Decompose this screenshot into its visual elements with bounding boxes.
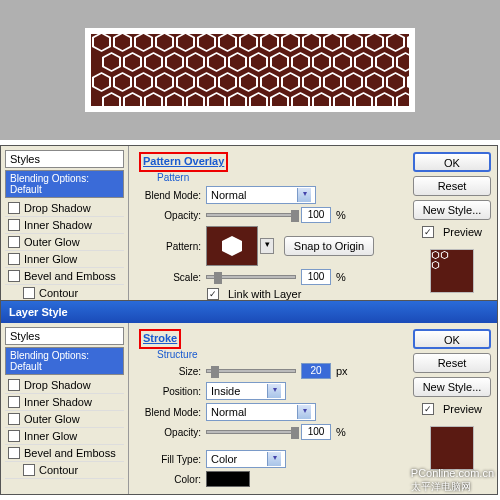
new-style-button[interactable]: New Style... [413, 200, 491, 220]
chevron-down-icon: ▾ [297, 405, 311, 419]
reset-button[interactable]: Reset [413, 176, 491, 196]
preview-swatch [430, 426, 474, 470]
preview-swatch [430, 249, 474, 293]
checkbox-icon[interactable] [8, 270, 20, 282]
dialog-titlebar[interactable]: Layer Style [1, 301, 497, 323]
scale-label: Scale: [139, 272, 201, 283]
section-highlight: Stroke [139, 329, 181, 349]
subsection-title: Structure [157, 349, 397, 360]
style-item-inner-glow[interactable]: Inner Glow [5, 251, 124, 268]
preview-checkbox[interactable] [422, 403, 434, 415]
style-item-bevel-emboss[interactable]: Bevel and Emboss [5, 268, 124, 285]
scale-slider[interactable] [206, 275, 296, 279]
styles-header[interactable]: Styles [5, 327, 124, 345]
blending-options-row[interactable]: Blending Options: Default [5, 170, 124, 198]
size-slider[interactable] [206, 369, 296, 373]
link-checkbox[interactable] [207, 288, 219, 300]
style-item-bevel-emboss[interactable]: Bevel and Emboss [5, 445, 124, 462]
checkbox-icon[interactable] [23, 464, 35, 476]
opacity-unit: % [336, 426, 346, 438]
pattern-swatch[interactable] [206, 226, 258, 266]
fill-type-label: Fill Type: [139, 454, 201, 465]
color-swatch[interactable] [206, 471, 250, 487]
checkbox-icon[interactable] [8, 396, 20, 408]
section-title: Stroke [143, 332, 177, 344]
blend-mode-dropdown[interactable]: Normal▾ [206, 186, 316, 204]
style-item-inner-glow[interactable]: Inner Glow [5, 428, 124, 445]
checkbox-icon[interactable] [8, 236, 20, 248]
pattern-picker-arrow[interactable]: ▾ [260, 238, 274, 254]
checkbox-icon[interactable] [8, 413, 20, 425]
subsection-title: Pattern [157, 172, 397, 183]
preview-label: Preview [443, 403, 482, 415]
checkbox-icon[interactable] [8, 219, 20, 231]
preview-label: Preview [443, 226, 482, 238]
opacity-unit: % [336, 209, 346, 221]
style-item-drop-shadow[interactable]: Drop Shadow [5, 200, 124, 217]
new-style-button[interactable]: New Style... [413, 377, 491, 397]
chevron-down-icon: ▾ [267, 384, 281, 398]
settings-panel: Stroke Structure Size: 20 px Position: I… [129, 323, 407, 494]
style-item-drop-shadow[interactable]: Drop Shadow [5, 377, 124, 394]
chevron-down-icon: ▾ [297, 188, 311, 202]
checkbox-icon[interactable] [8, 430, 20, 442]
style-item-outer-glow[interactable]: Outer Glow [5, 234, 124, 251]
style-item-contour[interactable]: Contour [5, 462, 124, 479]
checkbox-icon[interactable] [8, 202, 20, 214]
color-label: Color: [139, 474, 201, 485]
checkbox-icon[interactable] [8, 447, 20, 459]
watermark: PConline.com.cn 太平洋电脑网 [411, 466, 494, 494]
opacity-label: Opacity: [139, 427, 201, 438]
opacity-label: Opacity: [139, 210, 201, 221]
blend-mode-label: Blend Mode: [139, 190, 201, 201]
styles-sidebar: Styles Blending Options: Default Drop Sh… [1, 323, 129, 494]
opacity-value[interactable]: 100 [301, 207, 331, 223]
position-label: Position: [139, 386, 201, 397]
style-item-inner-shadow[interactable]: Inner Shadow [5, 394, 124, 411]
position-dropdown[interactable]: Inside▾ [206, 382, 286, 400]
chevron-down-icon: ▾ [267, 452, 281, 466]
scale-unit: % [336, 271, 346, 283]
ok-button[interactable]: OK [413, 152, 491, 172]
snap-to-origin-button[interactable]: Snap to Origin [284, 236, 374, 256]
style-item-outer-glow[interactable]: Outer Glow [5, 411, 124, 428]
opacity-slider[interactable] [206, 430, 296, 434]
preview-checkbox[interactable] [422, 226, 434, 238]
section-highlight: Pattern Overlay [139, 152, 228, 172]
checkbox-icon[interactable] [23, 287, 35, 299]
styles-header[interactable]: Styles [5, 150, 124, 168]
opacity-slider[interactable] [206, 213, 296, 217]
checkbox-icon[interactable] [8, 253, 20, 265]
size-unit: px [336, 365, 348, 377]
style-item-inner-shadow[interactable]: Inner Shadow [5, 217, 124, 234]
reset-button[interactable]: Reset [413, 353, 491, 373]
section-title: Pattern Overlay [143, 155, 224, 167]
ok-button[interactable]: OK [413, 329, 491, 349]
size-value[interactable]: 20 [301, 363, 331, 379]
blending-options-row[interactable]: Blending Options: Default [5, 347, 124, 375]
honeycomb-preview [85, 28, 415, 112]
fill-type-dropdown[interactable]: Color▾ [206, 450, 286, 468]
scale-value[interactable]: 100 [301, 269, 331, 285]
preview-area [0, 0, 500, 140]
link-label: Link with Layer [228, 288, 301, 300]
opacity-value[interactable]: 100 [301, 424, 331, 440]
pattern-label: Pattern: [139, 241, 201, 252]
checkbox-icon[interactable] [8, 379, 20, 391]
blend-mode-label: Blend Mode: [139, 407, 201, 418]
blend-mode-dropdown[interactable]: Normal▾ [206, 403, 316, 421]
size-label: Size: [139, 366, 201, 377]
